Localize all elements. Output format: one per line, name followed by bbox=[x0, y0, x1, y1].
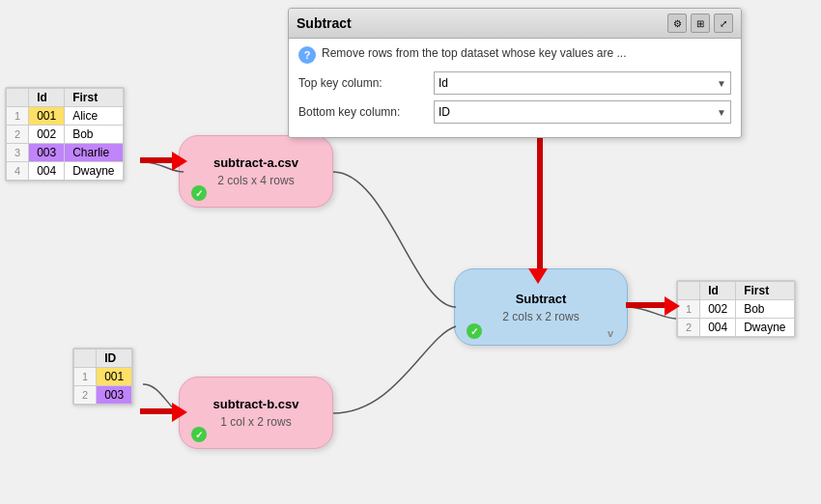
node-subtract-a[interactable]: ✓ subtract-a.csv 2 cols x 4 rows bbox=[179, 135, 333, 208]
arrow-top-left-to-a bbox=[140, 157, 175, 163]
table-row: 2 004 Dwayne bbox=[678, 319, 795, 337]
bottom-key-select[interactable]: ID ▼ bbox=[434, 100, 731, 124]
arrowhead-right-output bbox=[665, 296, 680, 316]
node-subtract-v: v bbox=[608, 327, 613, 339]
node-subtract-label: 2 cols x 2 rows bbox=[502, 310, 579, 323]
table-bottom-left: ID 1 001 2 003 bbox=[72, 348, 133, 406]
table-top-left: Id First 1 001 Alice 2 002 Bob 3 003 Cha… bbox=[5, 87, 125, 182]
table-row: 2 003 bbox=[74, 386, 132, 405]
node-b-check: ✓ bbox=[191, 427, 207, 442]
table-row: 1 001 bbox=[74, 368, 132, 386]
grid-button[interactable]: ⊞ bbox=[691, 14, 710, 33]
gear-icon: ⚙ bbox=[673, 18, 682, 29]
node-subtract-b[interactable]: ✓ subtract-b.csv 1 col x 2 rows bbox=[179, 377, 333, 449]
table-row: 1 002 Bob bbox=[678, 300, 795, 319]
col-rownum-header bbox=[7, 89, 29, 107]
node-subtract-name: Subtract bbox=[516, 292, 567, 306]
table-right: Id First 1 002 Bob 2 004 Dwayne bbox=[676, 280, 796, 338]
expand-button[interactable]: ⤢ bbox=[714, 14, 733, 33]
col-first-header: First bbox=[65, 89, 123, 107]
node-a-label: 2 cols x 4 rows bbox=[217, 174, 294, 187]
panel-info-text: Remove rows from the top dataset whose k… bbox=[322, 46, 626, 60]
top-key-label: Top key column: bbox=[298, 76, 434, 90]
subtract-panel: Subtract ⚙ ⊞ ⤢ ? Remove rows from the to… bbox=[288, 8, 742, 138]
gear-button[interactable]: ⚙ bbox=[667, 14, 687, 33]
bottom-key-value: ID bbox=[439, 105, 450, 119]
arrowhead-down bbox=[528, 268, 548, 284]
col-rownum-header-r bbox=[678, 282, 700, 300]
info-icon: ? bbox=[298, 46, 316, 64]
table-row: 4 004 Dwayne bbox=[7, 162, 124, 181]
panel-icon-group: ⚙ ⊞ ⤢ bbox=[667, 14, 733, 33]
top-key-arrow: ▼ bbox=[717, 78, 726, 89]
arrow-vertical bbox=[537, 116, 543, 270]
top-key-value: Id bbox=[439, 76, 448, 90]
arrowhead-top-a bbox=[172, 152, 187, 171]
panel-body: ? Remove rows from the top dataset whose… bbox=[289, 39, 741, 137]
arrow-subtract-to-right bbox=[626, 302, 668, 308]
grid-icon: ⊞ bbox=[696, 18, 704, 29]
top-key-select[interactable]: Id ▼ bbox=[434, 71, 731, 95]
table-row: 1 001 Alice bbox=[7, 107, 124, 126]
arrowhead-bottom-b bbox=[172, 403, 187, 422]
node-subtract-check: ✓ bbox=[467, 323, 482, 339]
node-a-name: subtract-a.csv bbox=[213, 155, 298, 170]
node-b-name: subtract-b.csv bbox=[213, 397, 299, 411]
col-first-header-r: First bbox=[736, 282, 794, 300]
node-a-check: ✓ bbox=[191, 185, 207, 201]
arrow-bottom-left-to-b bbox=[140, 408, 175, 414]
panel-title: Subtract bbox=[297, 15, 352, 31]
panel-titlebar: Subtract ⚙ ⊞ ⤢ bbox=[289, 9, 741, 39]
node-b-label: 1 col x 2 rows bbox=[220, 415, 291, 429]
panel-info-row: ? Remove rows from the top dataset whose… bbox=[298, 46, 731, 64]
col-id-header-b: ID bbox=[97, 350, 132, 368]
table-row: 2 002 Bob bbox=[7, 126, 124, 144]
table-row: 3 003 Charlie bbox=[7, 144, 124, 162]
col-id-header: Id bbox=[29, 89, 65, 107]
bottom-key-arrow: ▼ bbox=[717, 107, 726, 118]
expand-icon: ⤢ bbox=[720, 18, 727, 29]
bottom-key-label: Bottom key column: bbox=[298, 105, 434, 119]
bottom-key-row: Bottom key column: ID ▼ bbox=[298, 100, 731, 124]
col-rownum-header-b bbox=[74, 350, 97, 368]
col-id-header-r: Id bbox=[700, 282, 736, 300]
top-key-row: Top key column: Id ▼ bbox=[298, 71, 731, 95]
